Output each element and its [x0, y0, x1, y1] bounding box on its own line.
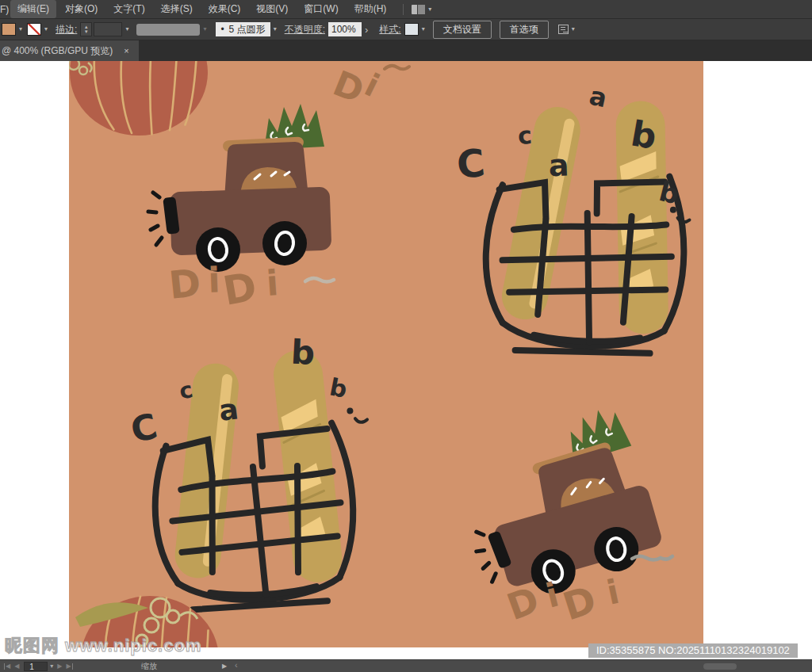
- artboard-canvas[interactable]: D i D i D i C c a a: [69, 61, 703, 647]
- stroke-weight-stepper[interactable]: ▴ ▾: [80, 22, 92, 36]
- menu-bar: F) 编辑(E) 对象(O) 文字(T) 选择(S) 效果(C) 视图(V) 窗…: [0, 0, 812, 19]
- canvas-viewport[interactable]: D i D i D i C c a a: [0, 61, 812, 659]
- menu-effect[interactable]: 效果(C): [201, 0, 248, 18]
- fill-caret-icon[interactable]: ▾: [19, 26, 22, 32]
- stepper-down-icon[interactable]: ▾: [85, 29, 88, 34]
- document-tab-title: @ 400% (RGB/GPU 预览): [2, 44, 113, 58]
- menu-edit[interactable]: 编辑(E): [10, 0, 56, 18]
- menu-file-clipped[interactable]: F): [0, 2, 9, 17]
- image-id-badge: ID:35355875 NO:20251110132324019102: [588, 643, 798, 658]
- document-tab[interactable]: @ 400% (RGB/GPU 预览) ×: [0, 40, 139, 61]
- stroke-caret-icon[interactable]: ▾: [44, 26, 48, 32]
- artboard-dropdown-icon[interactable]: ▾: [50, 662, 53, 670]
- select-similar-icon[interactable]: [558, 25, 569, 34]
- prev-artboard-icon[interactable]: ◀: [14, 663, 19, 670]
- menu-view[interactable]: 视图(V): [249, 0, 295, 18]
- style-caret-icon[interactable]: ▾: [422, 26, 425, 32]
- next-artboard-icon[interactable]: ▶: [57, 663, 62, 670]
- workspace-switcher-icon[interactable]: [412, 5, 425, 14]
- basket-letter[interactable]: b: [290, 332, 316, 372]
- opacity-label[interactable]: 不透明度:: [285, 23, 325, 36]
- didi-letter[interactable]: D: [167, 260, 202, 307]
- status-flyout-icon[interactable]: ▶: [222, 662, 227, 670]
- stroke-weight-label[interactable]: 描边:: [56, 23, 77, 36]
- width-profile-caret-icon[interactable]: ▾: [203, 26, 206, 32]
- fill-color-swatch[interactable]: [2, 23, 16, 36]
- style-swatch[interactable]: [404, 23, 419, 36]
- stroke-weight-caret-icon[interactable]: ▾: [125, 26, 128, 32]
- tab-close-icon[interactable]: ×: [121, 46, 132, 55]
- opacity-expand-icon[interactable]: ›: [365, 24, 368, 36]
- brush-definition-value: 5 点圆形: [229, 23, 266, 36]
- menu-object[interactable]: 对象(O): [58, 0, 105, 18]
- last-artboard-icon[interactable]: ▶: [66, 663, 72, 670]
- menu-window[interactable]: 窗口(W): [297, 0, 345, 18]
- preferences-button[interactable]: 首选项: [500, 21, 549, 39]
- nipic-watermark: 昵图网 www.nipic.com: [5, 634, 201, 658]
- stroke-weight-combo[interactable]: [94, 22, 122, 36]
- stroke-color-swatch[interactable]: [27, 23, 41, 36]
- variable-width-preview[interactable]: [136, 24, 200, 36]
- basket-letter[interactable]: c: [517, 121, 533, 150]
- document-tab-bar: @ 400% (RGB/GPU 预览) ×: [0, 40, 812, 61]
- status-tool-label: 缩放: [141, 661, 157, 672]
- first-artboard-icon[interactable]: ◀: [4, 663, 10, 670]
- control-bar: ▾ ▾ 描边: ▴ ▾ ▾ ▾ • 5 点圆形 ▾ 不透明度: 100% › 样…: [0, 19, 812, 40]
- style-label[interactable]: 样式:: [379, 23, 400, 36]
- workspace-caret-icon[interactable]: ▾: [428, 6, 431, 13]
- illustrator-window: F) 编辑(E) 对象(O) 文字(T) 选择(S) 效果(C) 视图(V) 窗…: [0, 0, 812, 672]
- brush-bullet-icon: •: [220, 24, 224, 35]
- scroll-left-icon[interactable]: ‹: [235, 660, 238, 670]
- document-setup-button[interactable]: 文档设置: [433, 21, 492, 39]
- brush-caret-icon[interactable]: ▾: [274, 26, 277, 32]
- menu-select[interactable]: 选择(S): [154, 0, 200, 18]
- brush-definition-combo[interactable]: • 5 点圆形: [216, 22, 270, 36]
- menu-type[interactable]: 文字(T): [106, 0, 151, 18]
- menubar-separator: [403, 4, 404, 15]
- basket-letter[interactable]: a: [217, 392, 240, 427]
- status-bar: ◀ ◀ 1 ▾ ▶ ▶ 缩放 ▶ ‹: [0, 659, 812, 672]
- opacity-field[interactable]: 100%: [328, 22, 362, 36]
- didi-letter[interactable]: i: [208, 259, 221, 300]
- horizontal-scrollbar-thumb[interactable]: [703, 663, 737, 670]
- select-similar-caret-icon[interactable]: ▾: [572, 26, 575, 32]
- basket-letter[interactable]: C: [454, 140, 487, 187]
- basket-letter[interactable]: a: [548, 147, 569, 183]
- artboard-number-field[interactable]: 1: [24, 662, 48, 671]
- menu-help[interactable]: 帮助(H): [347, 0, 394, 18]
